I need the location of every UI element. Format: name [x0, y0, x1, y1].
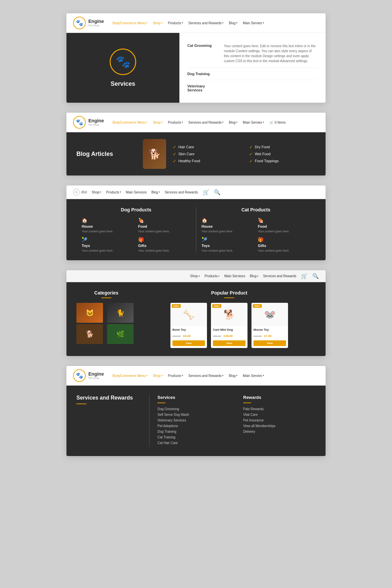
product-mouse-toy: Sale! 🐭 Mouse Toy £12.00 £7.00 View — [251, 303, 288, 348]
nav-shop-4[interactable]: Shop ▾ — [190, 274, 200, 278]
sr-vet-services[interactable]: Veterinary Services — [157, 418, 230, 422]
nav-blog-2[interactable]: Blog ▾ — [229, 121, 238, 124]
search-icon-4[interactable]: 🔍 — [312, 273, 319, 279]
cat-gifts-item[interactable]: 🎁 Gifts Your content goes here. — [258, 237, 310, 252]
menu-item-training[interactable]: Dog Training — [187, 68, 318, 80]
sr-pet-adoptions[interactable]: Pet Adoptions — [157, 424, 230, 428]
view-btn-bone[interactable]: View — [172, 340, 205, 346]
nav-main-services-3[interactable]: Main Services — [126, 190, 147, 194]
logo-engine-1: 🐾 Engine Pet Shop — [73, 17, 104, 29]
cat-img-2[interactable]: 🐈 — [107, 303, 134, 323]
nav-services-rewards-3[interactable]: Services and Rewards — [165, 190, 198, 194]
nav-products-3[interactable]: Products ▾ — [106, 190, 121, 194]
cart-icon-3[interactable]: 🛒 — [203, 189, 209, 195]
nav-blog-5[interactable]: Blog ▾ — [229, 374, 238, 378]
sr-delivery[interactable]: Delivery — [243, 430, 316, 433]
logo-name-2: Engine — [88, 118, 104, 123]
cat-food-title: Food — [258, 224, 267, 228]
cat-img-1[interactable]: 🐱 — [76, 303, 103, 323]
sr-view-memberships[interactable]: View all Memberships — [243, 424, 316, 428]
dog-house-item[interactable]: 🏠 House Your content goes here. — [82, 218, 134, 233]
feature-dry-food: ✓ Dry Food — [249, 145, 316, 150]
dog-gifts-item[interactable]: 🎁 Gifts Your content goes here. — [138, 237, 191, 252]
dog-toys-title: Toys — [82, 244, 90, 248]
logo-icon-2: 🐾 — [73, 116, 86, 129]
menu-item-vet[interactable]: Veterinary Services — [187, 80, 318, 96]
nav-main-servies-1[interactable]: Main Servies ▾ — [243, 21, 264, 25]
check-icon-5: ✓ — [173, 159, 176, 164]
nav-products-4[interactable]: Products ▾ — [205, 274, 220, 278]
cat-img-4[interactable]: 🌿 — [107, 324, 134, 344]
nav-shop-2[interactable]: Shop ▾ — [153, 121, 162, 124]
sr-cols: Services Dog Grooming Self Serve Dog Was… — [149, 395, 316, 447]
nav-shop-1[interactable]: Shop ▾ — [153, 21, 162, 25]
view-btn-mouse[interactable]: View — [253, 340, 286, 346]
nav-services-rewards-2[interactable]: Services and Rewards ▾ — [188, 121, 224, 124]
nav-bodycommerce-2[interactable]: BodyCommerce Menu ▾ — [113, 121, 147, 124]
food-icon-dog: 🍖 — [138, 218, 144, 223]
sale-badge-2: Sale! — [212, 304, 221, 308]
product-info-cani: Cani Mini Dog £50.00 £39.00 — [211, 326, 247, 340]
sr-cat-training[interactable]: Cat Training — [157, 435, 230, 439]
popular-line — [224, 297, 234, 298]
cani-icon: 🐕 — [224, 309, 235, 320]
cat-toys-item[interactable]: 🎾 Toys Your content goes here. — [202, 237, 254, 252]
product-old-price-bone: £10.00 — [172, 335, 180, 338]
nav-services-rewards-1[interactable]: Services and Rewards ▾ — [188, 21, 224, 25]
nav-products-1[interactable]: Products ▾ — [168, 21, 183, 25]
logo-sub-2: Pet Shop — [88, 123, 104, 126]
cart-icon-4[interactable]: 🛒 — [301, 273, 308, 279]
nav-services-rewards-5[interactable]: Services and Rewards ▾ — [188, 374, 224, 378]
nav-bodycommerce-1[interactable]: BodyCommerce Menu ▾ — [113, 21, 147, 25]
categories-section: Categories 🐱 🐈 🐕 🌿 — [76, 290, 136, 348]
cat-products-title: Cat Products — [202, 207, 311, 212]
dog-food-item[interactable]: 🍖 Food Your content goes here. — [138, 218, 191, 233]
popular-section: Popular Product Sale! 🦴 Bone Toy £10.00 … — [143, 290, 316, 348]
nav-products-5[interactable]: Products ▾ — [168, 374, 183, 378]
menu-item-grooming[interactable]: Cat Grooming Your content goes here. Edi… — [187, 40, 318, 68]
nav-main-servies-2[interactable]: Main Servies ▾ — [243, 121, 264, 124]
products-grid: Dog Products 🏠 House Your content goes h… — [76, 207, 316, 252]
product-new-price-bone: £8.00 — [183, 334, 191, 338]
sr-self-serve[interactable]: Self Serve Dog Wash — [157, 413, 230, 416]
cat-house-item[interactable]: 🏠 House Your content goes here. — [202, 218, 254, 233]
feature-label-wet: Wet Food — [255, 152, 271, 156]
feature-food-toppings: ✓ Food Toppings — [249, 159, 316, 164]
cat-prod-items: 🏠 House Your content goes here. 🍖 Food Y… — [202, 218, 311, 252]
sr-cat-hair-care[interactable]: Cat Hair Care — [157, 441, 230, 445]
nav-blog-3[interactable]: Blog ▾ — [151, 190, 160, 194]
nav-bodycommerce-5[interactable]: BodyCommerce Menu ▾ — [113, 374, 147, 378]
sr-dog-training[interactable]: Dog Training — [157, 430, 230, 433]
nav-shop-5[interactable]: Shop ▾ — [153, 374, 162, 378]
dog-gifts-desc: Your content goes here. — [138, 249, 170, 252]
nav-shop-3[interactable]: Shop ▾ — [92, 190, 101, 194]
nav-main-servies-5[interactable]: Main Servies ▾ — [243, 374, 264, 378]
hero-right-1: Cat Grooming Your content goes here. Edi… — [179, 33, 326, 103]
product-new-price-mouse: £7.00 — [264, 334, 272, 338]
nav-blog-4[interactable]: Blog ▾ — [250, 274, 258, 278]
cart-2[interactable]: 🛒 0 Items — [269, 121, 286, 124]
search-icon-3[interactable]: 🔍 — [214, 189, 221, 195]
nav-blog-1[interactable]: Blog ▾ — [229, 21, 238, 25]
panel-divi-products: D divi Shop ▾ Products ▾ Main Services B… — [66, 185, 326, 260]
product-old-price-mouse: £12.00 — [253, 335, 261, 338]
feature-hair-care: ✓ Hair Care — [173, 145, 239, 150]
dog-toys-item[interactable]: 🎾 Toys Your content goes here. — [82, 237, 134, 252]
product-cani-dog: Sale! 🐕 Cani Mini Dog £50.00 £39.00 View — [211, 303, 247, 348]
nav-services-rewards-4[interactable]: Services and Rewards — [263, 274, 296, 278]
sr-pals-rewards[interactable]: Pals Rewards — [243, 407, 316, 411]
logo-icon-1: 🐾 — [73, 17, 86, 29]
nav-products-2[interactable]: Products ▾ — [168, 121, 183, 124]
gifts-icon-cat: 🎁 — [258, 237, 263, 242]
sr-vital-care[interactable]: Vital Care — [243, 413, 316, 416]
cat-img-3[interactable]: 🐕 — [76, 324, 103, 344]
nav-main-services-4[interactable]: Main Services — [224, 274, 245, 278]
feature-label-toppings: Food Toppings — [255, 159, 279, 163]
check-icon-3: ✓ — [173, 152, 176, 157]
view-btn-cani[interactable]: View — [213, 340, 245, 346]
cat-food-item[interactable]: 🍖 Food Your content goes here. — [258, 218, 310, 233]
dog-products-title: Dog Products — [82, 207, 191, 212]
sr-pet-insurance[interactable]: Pet Insurance — [243, 418, 316, 422]
sr-dog-grooming[interactable]: Dog Grooming — [157, 407, 230, 411]
product-name-bone: Bone Toy — [172, 328, 205, 331]
